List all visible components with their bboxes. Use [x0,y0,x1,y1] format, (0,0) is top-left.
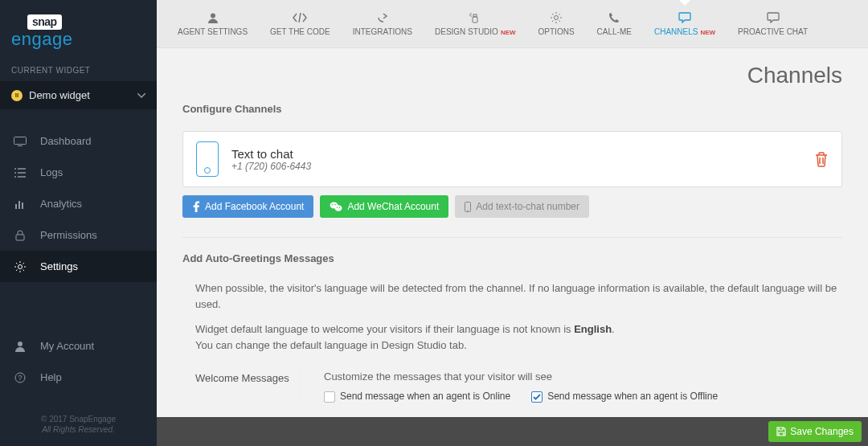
share-icon [377,11,388,24]
lock-icon [13,230,27,241]
copyright-line1: © 2017 SnapEngage [0,414,157,424]
checkbox-checked-icon [531,391,542,403]
add-channel-buttons: Add Facebook Account Add WeChat Account … [182,195,842,218]
sidebar-item-label: Permissions [40,229,97,241]
gear-icon [551,11,562,24]
topnav-call-me[interactable]: CALL-ME [586,0,643,48]
sidebar-item-my-account[interactable]: My Account [0,330,157,362]
welcome-messages-label: Welcome Messages [195,370,300,403]
svg-rect-10 [22,203,23,209]
channel-phone: +1 (720) 606-6443 [231,161,814,172]
button-label: Add text-to-chat number [476,201,579,212]
sidebar-item-label: My Account [40,340,94,352]
sidebar-nav: Dashboard Logs Analytics Permissions Set… [0,125,157,282]
top-nav: AGENT SETTINGS GET THE CODE INTEGRATIONS… [157,0,868,48]
sidebar-item-analytics[interactable]: Analytics [0,188,157,219]
page-title: Channels [182,63,842,88]
topnav-design-studio[interactable]: DESIGN STUDIONEW [424,0,527,48]
svg-point-12 [18,264,23,268]
add-facebook-button[interactable]: Add Facebook Account [182,195,313,218]
sidebar-item-label: Dashboard [40,135,92,147]
person-icon [207,11,219,24]
code-icon [293,11,307,24]
list-icon [13,168,27,178]
topnav-agent-settings[interactable]: AGENT SETTINGS [166,0,259,48]
topnav-label: CHANNELS [654,27,698,36]
bar-chart-icon [13,199,27,209]
topnav-label: PROACTIVE CHAT [738,27,808,36]
new-badge: NEW [700,29,715,36]
checkbox-icon [324,391,335,403]
detect-language-text: When possible, the visitor's language wi… [195,280,842,312]
button-label: Add Facebook Account [205,201,304,212]
channel-card-text-to-chat: Text to chat +1 (720) 606-6443 [182,131,842,187]
svg-rect-8 [15,204,17,209]
chevron-down-icon [137,93,145,98]
sidebar-item-label: Analytics [40,198,82,210]
add-wechat-button[interactable]: Add WeChat Account [320,195,448,218]
sidebar-item-permissions[interactable]: Permissions [0,219,157,251]
svg-rect-11 [16,235,24,240]
sidebar-item-label: Logs [40,166,63,178]
button-label: Add WeChat Account [347,201,439,212]
svg-point-28 [339,207,340,207]
button-label: Save Changes [790,426,854,437]
send-offline-checkbox[interactable]: Send message when an agent is Offline [531,391,718,403]
logo-snap: snap [27,14,62,30]
mobile-phone-icon [465,202,471,212]
svg-text:?: ? [18,374,22,382]
chat-bubble-icon [678,11,691,24]
copyright-line2: All Rights Reserved. [0,424,157,435]
configure-channels-heading: Configure Channels [182,103,842,115]
widget-name: Demo widget [29,89,137,101]
svg-point-13 [18,342,23,346]
topnav-label: OPTIONS [538,27,575,36]
topnav-label: DESIGN STUDIO [435,27,498,36]
topnav-label: CALL-ME [597,27,632,36]
svg-point-25 [332,204,334,206]
topnav-label: AGENT SETTINGS [178,27,248,36]
sidebar-item-help[interactable]: ? Help [0,362,157,393]
svg-point-24 [335,205,342,211]
sidebar-item-label: Settings [40,260,78,272]
topnav-get-the-code[interactable]: GET THE CODE [259,0,342,48]
topnav-label: INTEGRATIONS [353,27,412,36]
svg-point-22 [555,16,559,20]
send-online-checkbox[interactable]: Send message when an agent is Online [324,391,510,403]
help-icon: ? [13,372,27,383]
greetings-heading: Add Auto-Greetings Messages [182,252,842,264]
save-changes-button[interactable]: Save Changes [768,421,862,442]
wechat-icon [330,202,342,212]
person-icon [13,341,27,352]
facebook-icon [192,201,200,212]
sidebar-item-label: Help [40,371,62,383]
svg-rect-0 [14,137,27,144]
widget-status-icon: II [11,90,23,101]
svg-rect-18 [473,14,477,17]
monitor-icon [13,137,27,146]
svg-point-16 [211,14,215,18]
spray-icon [469,11,481,24]
svg-rect-9 [18,201,20,209]
svg-point-27 [337,207,338,207]
delete-channel-button[interactable] [814,151,829,167]
topnav-channels[interactable]: CHANNELSNEW [643,0,727,48]
customize-text: Customize the messages that your visitor… [324,370,842,383]
sidebar: snap engage CURRENT WIDGET II Demo widge… [0,0,157,446]
svg-point-26 [335,204,337,206]
brand-logo: snap engage [0,0,157,55]
topnav-options[interactable]: OPTIONS [527,0,586,48]
topnav-integrations[interactable]: INTEGRATIONS [342,0,424,48]
sidebar-item-logs[interactable]: Logs [0,157,157,188]
svg-rect-17 [473,17,477,23]
sidebar-account-nav: My Account ? Help [0,330,157,393]
widget-selector[interactable]: II Demo widget [0,81,157,109]
chat-bubble-icon [767,11,780,24]
topnav-proactive-chat[interactable]: PROACTIVE CHAT [727,0,819,48]
gear-icon [13,261,27,272]
save-bar: Save Changes [157,417,868,446]
svg-point-20 [470,15,472,17]
svg-point-21 [469,14,470,16]
sidebar-item-dashboard[interactable]: Dashboard [0,125,157,157]
sidebar-item-settings[interactable]: Settings [0,251,157,282]
